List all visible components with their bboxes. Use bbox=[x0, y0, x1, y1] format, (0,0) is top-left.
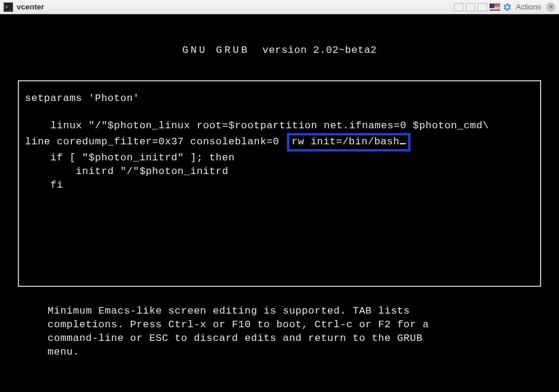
grub-line-setparams: setparams 'Photon' bbox=[25, 93, 140, 104]
actions-menu-label[interactable]: Actions bbox=[516, 2, 541, 11]
us-flag-icon[interactable] bbox=[489, 4, 500, 11]
window-button-1[interactable] bbox=[454, 3, 463, 11]
window-title: vcenter bbox=[17, 2, 44, 11]
grub-line-fi: fi bbox=[25, 179, 63, 191]
grub-header: GNU GRUB version 2.02~beta2 bbox=[0, 44, 559, 58]
gear-icon[interactable] bbox=[503, 2, 512, 12]
titlebar-controls: Actions ✕ bbox=[454, 2, 555, 12]
grub-highlight-rw-init: rw init=/bin/bash bbox=[287, 133, 410, 151]
grub-version: version 2.02~beta2 bbox=[263, 45, 377, 56]
close-icon[interactable]: ✕ bbox=[546, 2, 555, 12]
grub-line-coredump-prefix: line coredump_filter=0x37 consoleblank=0 bbox=[25, 136, 279, 147]
grub-app-name: GNU GRUB bbox=[182, 45, 250, 56]
text-cursor bbox=[400, 143, 406, 144]
grub-help-footer: Minimum Emacs-like screen editing is sup… bbox=[48, 305, 511, 359]
grub-edit-box[interactable]: setparams 'Photon' linux "/"$photon_linu… bbox=[18, 80, 541, 287]
grub-line-if: if [ "$photon_initrd" ]; then bbox=[25, 152, 235, 163]
grub-line-initrd: initrd "/"$photon_initrd bbox=[25, 166, 228, 177]
vm-console[interactable]: GNU GRUB version 2.02~beta2 setparams 'P… bbox=[0, 14, 559, 392]
window-button-3[interactable] bbox=[478, 3, 487, 11]
window-button-2[interactable] bbox=[466, 3, 475, 11]
window-titlebar: >_ vcenter Actions ✕ bbox=[0, 0, 559, 14]
grub-line-linux: linux "/"$photon_linux root=$rootpartiti… bbox=[25, 120, 489, 131]
console-app-icon: >_ bbox=[4, 2, 13, 12]
